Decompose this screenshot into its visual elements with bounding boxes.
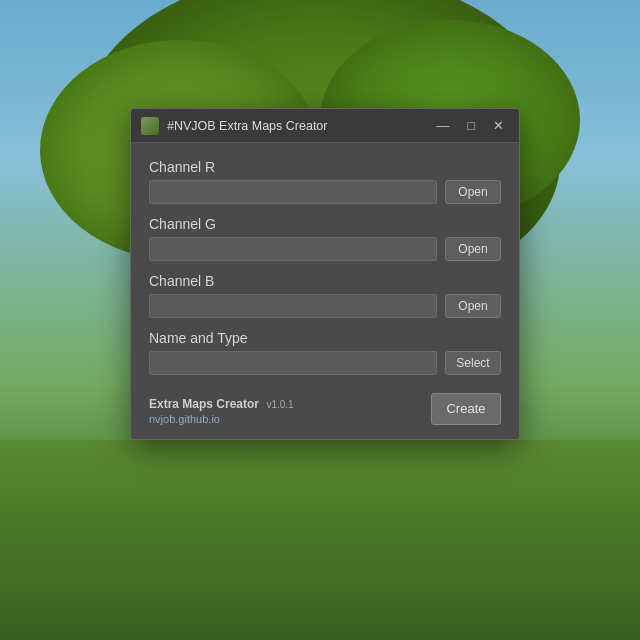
channel-g-input[interactable]	[149, 237, 437, 261]
channel-r-open-button[interactable]: Open	[445, 180, 501, 204]
name-type-row: Select	[149, 351, 501, 375]
main-window: #NVJOB Extra Maps Creator — □ ✕ Channel …	[130, 108, 520, 440]
titlebar-buttons: — □ ✕	[431, 117, 509, 134]
ground	[0, 440, 640, 640]
titlebar: #NVJOB Extra Maps Creator — □ ✕	[131, 109, 519, 143]
channel-r-group: Channel R Open	[149, 159, 501, 204]
channel-g-open-button[interactable]: Open	[445, 237, 501, 261]
channel-b-row: Open	[149, 294, 501, 318]
channel-b-group: Channel B Open	[149, 273, 501, 318]
channel-b-label: Channel B	[149, 273, 501, 289]
name-type-input[interactable]	[149, 351, 437, 375]
channel-r-label: Channel R	[149, 159, 501, 175]
name-type-select-button[interactable]: Select	[445, 351, 501, 375]
channel-g-row: Open	[149, 237, 501, 261]
channel-b-input[interactable]	[149, 294, 437, 318]
footer-info: Extra Maps Creator v1.0.1 nvjob.github.i…	[149, 397, 294, 425]
channel-r-row: Open	[149, 180, 501, 204]
channel-b-open-button[interactable]: Open	[445, 294, 501, 318]
window-content: Channel R Open Channel G Open Channel B …	[131, 143, 519, 439]
maximize-button[interactable]: □	[462, 117, 480, 134]
close-button[interactable]: ✕	[488, 117, 509, 134]
channel-g-group: Channel G Open	[149, 216, 501, 261]
name-type-group: Name and Type Select	[149, 330, 501, 375]
window-title: #NVJOB Extra Maps Creator	[167, 119, 431, 133]
app-icon	[141, 117, 159, 135]
footer-row: Extra Maps Creator v1.0.1 nvjob.github.i…	[149, 389, 501, 425]
create-button[interactable]: Create	[431, 393, 501, 425]
minimize-button[interactable]: —	[431, 117, 454, 134]
footer-website: nvjob.github.io	[149, 413, 294, 425]
footer-app-name: Extra Maps Creator v1.0.1	[149, 397, 294, 411]
name-type-label: Name and Type	[149, 330, 501, 346]
channel-r-input[interactable]	[149, 180, 437, 204]
channel-g-label: Channel G	[149, 216, 501, 232]
